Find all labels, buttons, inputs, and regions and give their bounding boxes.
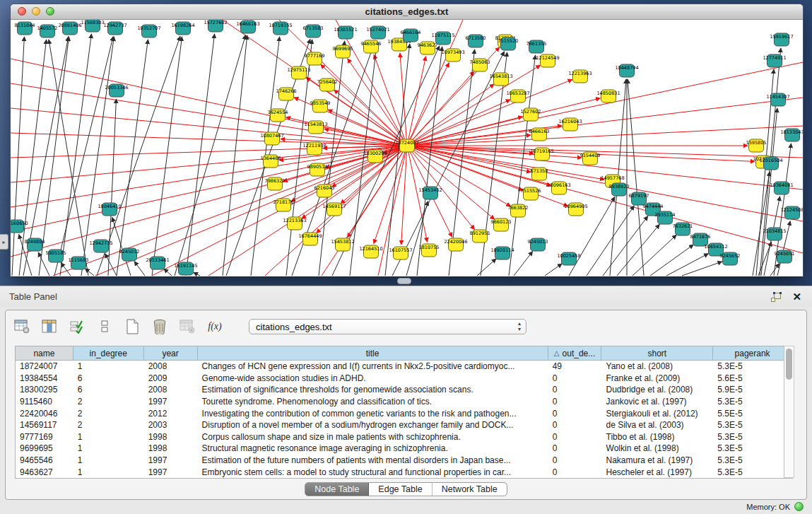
table-row[interactable]: 1938455462009Genome-wide association stu… bbox=[16, 373, 792, 385]
network-edge-black[interactable] bbox=[117, 40, 148, 276]
network-edge-red bbox=[11, 146, 407, 182]
select-all-button[interactable] bbox=[68, 317, 86, 336]
table-row[interactable]: 1456911722003Disruption of a novel membe… bbox=[16, 419, 792, 431]
network-edge-black[interactable] bbox=[628, 79, 644, 276]
table-select-value: citations_edges.txt bbox=[256, 322, 332, 332]
network-edge-black[interactable] bbox=[134, 262, 145, 276]
column-header-short[interactable]: short bbox=[601, 346, 713, 360]
close-traffic-light-icon[interactable] bbox=[18, 7, 26, 16]
table-row[interactable]: 911546021997Tourette syndrome. Phenomeno… bbox=[16, 396, 792, 408]
network-node-label: 16107557 bbox=[389, 247, 412, 253]
memory-status-icon[interactable] bbox=[794, 502, 804, 511]
table-cell: 2012 bbox=[144, 407, 198, 419]
network-node-label: 7515520 bbox=[498, 38, 519, 44]
network-node-label: 7515526 bbox=[521, 188, 541, 194]
table-cell: 0 bbox=[548, 407, 602, 419]
network-canvas[interactable]: 1872400718300295129751151746266362455410… bbox=[11, 20, 803, 277]
table-cell: 1 bbox=[73, 455, 144, 467]
network-window-titlebar[interactable]: citations_edges.txt bbox=[11, 4, 803, 20]
table-row[interactable]: 2242004622012Investigating the contribut… bbox=[16, 407, 792, 419]
network-node-label: 15727602 bbox=[204, 20, 227, 25]
network-edge-red[interactable] bbox=[407, 57, 426, 146]
table-type-tabs: Node TableEdge TableNetwork Table bbox=[305, 482, 507, 496]
network-edge-black[interactable] bbox=[108, 99, 116, 276]
network-edge-black[interactable] bbox=[477, 259, 496, 276]
network-node-label: 10025458 bbox=[557, 253, 580, 259]
column-header-name[interactable]: name bbox=[16, 346, 73, 360]
network-node-label: 25160650 bbox=[11, 221, 28, 226]
minimize-traffic-light-icon[interactable] bbox=[32, 7, 40, 16]
dropdown-arrows-icon: ▴▾ bbox=[518, 321, 521, 332]
network-edge-black[interactable] bbox=[194, 272, 200, 276]
network-graph[interactable]: 1872400718300295129751151746266362455410… bbox=[11, 20, 803, 276]
delete-table-button[interactable] bbox=[178, 317, 196, 336]
table-cell: 0 bbox=[548, 373, 602, 385]
network-node-label: 10964905 bbox=[564, 204, 587, 209]
table-row[interactable]: 946554611997Estimation of the future num… bbox=[16, 455, 792, 467]
column-header-out_de[interactable]: △out_de... bbox=[548, 346, 602, 360]
zoom-traffic-light-icon[interactable] bbox=[46, 7, 54, 16]
network-edge-black[interactable] bbox=[105, 254, 117, 276]
table-cell: 5.9E-5 bbox=[713, 384, 792, 396]
table-cell: 1997 bbox=[144, 455, 198, 467]
table-cell: Tourette syndrome. Phenomenology and cla… bbox=[198, 396, 548, 408]
network-edge-black[interactable] bbox=[514, 251, 533, 276]
network-edge-black[interactable] bbox=[61, 263, 71, 276]
table-cell: 9463627 bbox=[16, 466, 73, 478]
network-node-label: 6713580 bbox=[466, 35, 486, 41]
collapsed-panel-tab[interactable]: ▸ bbox=[0, 234, 8, 250]
network-edge-red[interactable] bbox=[321, 64, 407, 146]
table-row[interactable]: 977716911998Corpus callosum shape and si… bbox=[16, 431, 792, 443]
network-edge-red[interactable] bbox=[302, 146, 407, 218]
show-column-button[interactable] bbox=[40, 317, 59, 336]
network-node-label: 11454307 bbox=[766, 94, 789, 100]
table-scrollbar-thumb[interactable] bbox=[786, 349, 792, 380]
network-node-label: 1746266 bbox=[276, 88, 297, 94]
network-edge-black[interactable] bbox=[406, 201, 428, 276]
network-edge-black[interactable] bbox=[632, 235, 676, 276]
tab-edge-table[interactable]: Edge Table bbox=[369, 483, 432, 496]
panel-splitter-handle[interactable] bbox=[397, 278, 411, 284]
column-header-in_degree[interactable]: in_degree bbox=[73, 346, 144, 360]
column-header-pagerank[interactable]: pagerank bbox=[713, 346, 792, 360]
table-row[interactable]: 946362711997Embryonic stem cells: a mode… bbox=[16, 466, 792, 478]
network-edge-black[interactable] bbox=[12, 37, 24, 276]
table-cell: 1997 bbox=[144, 396, 198, 408]
network-edge-black[interactable] bbox=[112, 217, 131, 276]
network-edge-black[interactable] bbox=[164, 269, 172, 276]
network-edge-black[interactable] bbox=[85, 269, 94, 276]
network-node-label: 1527602 bbox=[521, 109, 541, 115]
network-edge-red[interactable] bbox=[407, 65, 541, 146]
status-bar: Memory: OK bbox=[0, 498, 812, 514]
table-cell: 1 bbox=[73, 466, 144, 478]
tab-network-table[interactable]: Network Table bbox=[433, 483, 507, 496]
network-edge-black[interactable] bbox=[666, 254, 708, 276]
network-edge-red[interactable] bbox=[374, 54, 407, 146]
function-builder-button[interactable]: f(x) bbox=[206, 317, 224, 336]
new-table-button[interactable] bbox=[123, 317, 141, 336]
tab-node-table[interactable]: Node Table bbox=[305, 483, 369, 496]
float-panel-icon[interactable] bbox=[771, 292, 782, 302]
column-header-year[interactable]: year bbox=[144, 346, 198, 360]
network-node-label: 1405572 bbox=[37, 25, 58, 31]
network-edge-black[interactable] bbox=[152, 37, 182, 276]
delete-rows-button[interactable] bbox=[151, 317, 169, 336]
network-node-label: 8131044 bbox=[15, 23, 35, 28]
network-edge-black[interactable] bbox=[650, 245, 693, 276]
table-row[interactable]: 1830029562008Estimation of significance … bbox=[16, 384, 792, 396]
row-height-button[interactable] bbox=[95, 317, 114, 336]
column-settings-button[interactable] bbox=[13, 317, 31, 336]
network-node-label: 10654112 bbox=[704, 244, 727, 250]
network-edge-black[interactable] bbox=[617, 224, 659, 276]
network-node-label: 9890514 bbox=[307, 164, 328, 170]
close-panel-icon[interactable]: ✕ bbox=[792, 292, 801, 302]
network-edge-black[interactable] bbox=[545, 264, 562, 276]
table-select-dropdown[interactable]: citations_edges.txt ▴▾ bbox=[249, 319, 526, 334]
network-edge-black[interactable] bbox=[682, 262, 722, 276]
table-row[interactable]: 1872400712008Changes of HCN gene express… bbox=[16, 361, 792, 373]
table-scrollbar[interactable] bbox=[784, 346, 794, 478]
network-node-label: 16466163 bbox=[236, 21, 259, 27]
network-edge-red[interactable] bbox=[407, 146, 551, 186]
column-header-title[interactable]: title bbox=[198, 346, 548, 360]
table-row[interactable]: 969969511998Structural magnetic resonanc… bbox=[16, 443, 792, 455]
